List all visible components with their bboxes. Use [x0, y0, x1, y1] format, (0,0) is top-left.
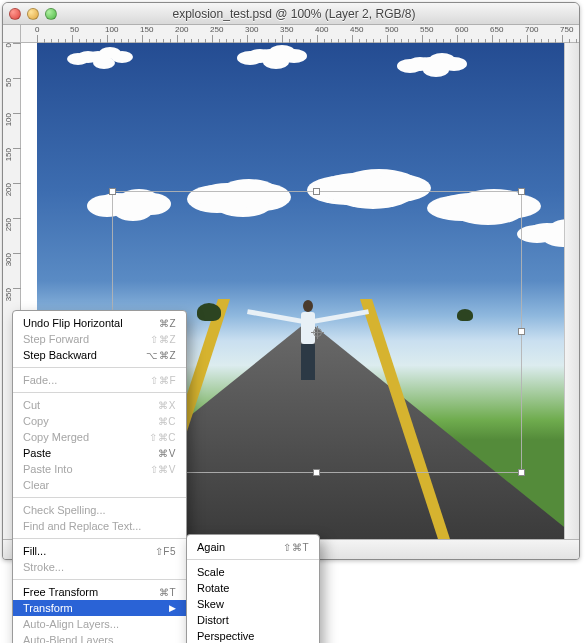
menu-item-label: Clear — [23, 479, 176, 491]
menu-item-label: Again — [197, 541, 263, 553]
menu-item-label: Copy Merged — [23, 431, 129, 443]
menu-item-shortcut: ⌘X — [138, 400, 176, 411]
menu-item-label: Skew — [197, 598, 309, 610]
transform-submenu: Again⇧⌘TScaleRotateSkewDistortPerspectiv… — [186, 534, 320, 643]
edit-menu-item-step-backward[interactable]: Step Backward⌥⌘Z — [13, 347, 186, 363]
edit-menu-item-free-transform[interactable]: Free Transform⌘T — [13, 584, 186, 600]
transform-menu-item-perspective[interactable]: Perspective — [187, 628, 319, 643]
edit-menu-item-copy: Copy⌘C — [13, 413, 186, 429]
menu-item-shortcut: ⌘C — [138, 416, 176, 427]
edit-menu-item-cut: Cut⌘X — [13, 397, 186, 413]
menu-separator — [13, 579, 186, 580]
titlebar[interactable]: explosion_test.psd @ 100% (Layer 2, RGB/… — [3, 3, 579, 25]
edit-menu-item-stroke: Stroke... — [13, 559, 186, 575]
menu-item-label: Fill... — [23, 545, 135, 557]
edit-menu: Undo Flip Horizontal⌘ZStep Forward⇧⌘ZSte… — [12, 310, 187, 643]
edit-menu-item-clear: Clear — [13, 477, 186, 493]
edit-menu-item-copy-merged: Copy Merged⇧⌘C — [13, 429, 186, 445]
edit-menu-item-step-forward: Step Forward⇧⌘Z — [13, 331, 186, 347]
transform-menu-item-scale[interactable]: Scale — [187, 564, 319, 580]
ruler-tick-label: 700 — [525, 25, 538, 34]
ruler-tick-label: 0 — [4, 43, 13, 47]
transform-menu-item-again[interactable]: Again⇧⌘T — [187, 539, 319, 555]
cloud-shape — [247, 49, 273, 63]
menu-item-shortcut: ⇧⌘F — [130, 375, 176, 386]
menu-separator — [13, 392, 186, 393]
menu-item-label: Step Backward — [23, 349, 126, 361]
edit-menu-item-transform[interactable]: Transform▶ — [13, 600, 186, 616]
edit-menu-item-paste-into: Paste Into⇧⌘V — [13, 461, 186, 477]
ruler-tick-label: 300 — [245, 25, 258, 34]
cloud-shape — [77, 51, 99, 63]
menu-item-label: Perspective — [197, 630, 309, 642]
ruler-tick-label: 450 — [350, 25, 363, 34]
ruler-tick-label: 600 — [455, 25, 468, 34]
menu-item-label: Auto-Blend Layers — [23, 634, 176, 643]
menu-item-label: Fade... — [23, 374, 130, 386]
transform-menu-item-distort[interactable]: Distort — [187, 612, 319, 628]
edit-menu-item-fill[interactable]: Fill...⇧F5 — [13, 543, 186, 559]
ruler-tick-label: 400 — [315, 25, 328, 34]
edit-menu-item-auto-blend-layers: Auto-Blend Layers — [13, 632, 186, 643]
menu-item-label: Check Spelling... — [23, 504, 176, 516]
transform-handle-e[interactable] — [518, 328, 525, 335]
cloud-shape — [407, 57, 433, 71]
ruler-tick-label: 350 — [280, 25, 293, 34]
ruler-tick-label: 300 — [4, 253, 13, 266]
menu-separator — [13, 497, 186, 498]
menu-item-shortcut: ⇧⌘T — [263, 542, 309, 553]
menu-item-shortcut: ⌥⌘Z — [126, 350, 176, 361]
ruler-tick-label: 150 — [140, 25, 153, 34]
menu-item-shortcut: ⇧⌘V — [130, 464, 176, 475]
menu-item-shortcut: ⇧F5 — [135, 546, 176, 557]
transform-handle-nw[interactable] — [109, 188, 116, 195]
menu-item-label: Undo Flip Horizontal — [23, 317, 139, 329]
ruler-tick-label: 250 — [210, 25, 223, 34]
ruler-tick-label: 750 — [560, 25, 573, 34]
menu-item-shortcut: ⇧⌘Z — [130, 334, 176, 345]
ruler-tick-label: 150 — [4, 148, 13, 161]
transform-menu-item-skew[interactable]: Skew — [187, 596, 319, 612]
transform-handle-se[interactable] — [518, 469, 525, 476]
ruler-tick-label: 50 — [4, 78, 13, 87]
ruler-tick-label: 250 — [4, 218, 13, 231]
transform-handle-n[interactable] — [313, 188, 320, 195]
transform-handle-ne[interactable] — [518, 188, 525, 195]
edit-menu-item-check-spelling: Check Spelling... — [13, 502, 186, 518]
menu-item-label: Auto-Align Layers... — [23, 618, 176, 630]
ruler-horizontal[interactable]: 0501001502002503003504004505005506006507… — [21, 25, 579, 43]
menu-item-label: Rotate — [197, 582, 309, 594]
menu-item-shortcut: ⇧⌘C — [129, 432, 176, 443]
edit-menu-item-auto-align-layers: Auto-Align Layers... — [13, 616, 186, 632]
menu-item-label: Cut — [23, 399, 138, 411]
menu-separator — [187, 559, 319, 560]
menu-item-label: Step Forward — [23, 333, 130, 345]
ruler-tick-label: 200 — [4, 183, 13, 196]
submenu-arrow-icon: ▶ — [169, 603, 176, 613]
menu-separator — [13, 367, 186, 368]
ruler-tick-label: 100 — [105, 25, 118, 34]
menu-item-label: Free Transform — [23, 586, 139, 598]
ruler-tick-label: 100 — [4, 113, 13, 126]
edit-menu-item-fade: Fade...⇧⌘F — [13, 372, 186, 388]
ruler-tick-label: 550 — [420, 25, 433, 34]
transform-menu-item-rotate[interactable]: Rotate — [187, 580, 319, 596]
edit-menu-item-undo-flip-horizontal[interactable]: Undo Flip Horizontal⌘Z — [13, 315, 186, 331]
menu-item-shortcut: ⌘T — [139, 587, 176, 598]
edit-menu-item-find-and-replace-text: Find and Replace Text... — [13, 518, 186, 534]
transform-center-icon[interactable] — [313, 328, 322, 337]
menu-item-label: Distort — [197, 614, 309, 626]
menu-item-label: Stroke... — [23, 561, 176, 573]
window-title: explosion_test.psd @ 100% (Layer 2, RGB/… — [15, 7, 573, 21]
menu-item-label: Find and Replace Text... — [23, 520, 176, 532]
ruler-tick-label: 350 — [4, 288, 13, 301]
menu-item-label: Paste — [23, 447, 138, 459]
menu-item-shortcut: ⌘V — [138, 448, 176, 459]
transform-handle-s[interactable] — [313, 469, 320, 476]
ruler-origin[interactable] — [3, 25, 21, 43]
vertical-scrollbar[interactable] — [564, 43, 579, 539]
ruler-tick-label: 500 — [385, 25, 398, 34]
ruler-tick-label: 200 — [175, 25, 188, 34]
ruler-tick-label: 50 — [70, 25, 79, 34]
edit-menu-item-paste[interactable]: Paste⌘V — [13, 445, 186, 461]
